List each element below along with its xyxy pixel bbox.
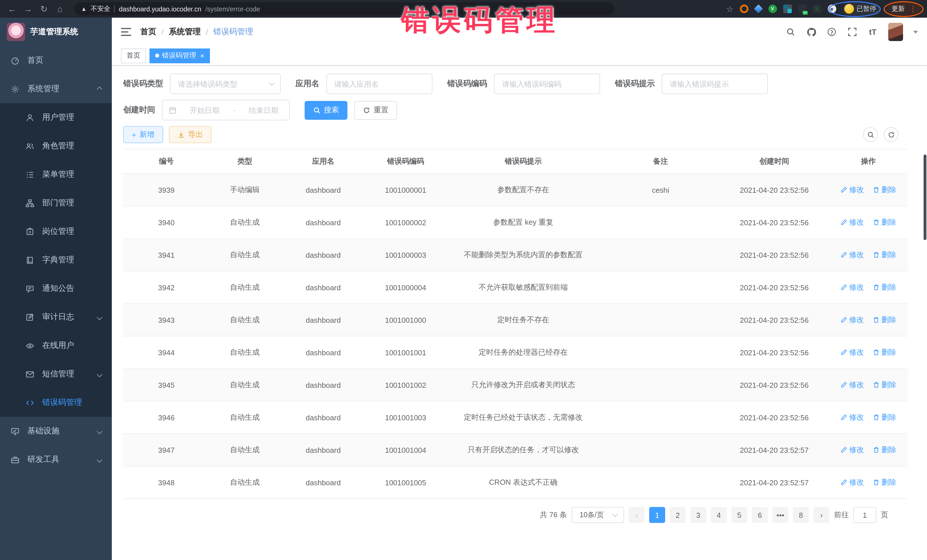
cell-actions: 修改 删除 <box>829 401 907 434</box>
user-avatar[interactable] <box>888 23 903 41</box>
edit-button[interactable]: 修改 <box>840 477 864 487</box>
font-size-icon[interactable]: tT <box>868 27 878 37</box>
edit-button[interactable]: 修改 <box>840 315 864 325</box>
goto-page-input[interactable] <box>853 507 876 523</box>
error-code-input[interactable] <box>494 74 600 94</box>
browser-update-chip[interactable]: 更新 ⋮ <box>887 2 921 16</box>
scrollbar-thumb[interactable] <box>924 155 926 240</box>
page-number-button[interactable]: 5 <box>731 507 747 523</box>
cell-hint: 定时任务已经处于该状态，无需修改 <box>445 401 602 434</box>
tag-home[interactable]: 首页 <box>121 48 146 63</box>
delete-button[interactable]: 删除 <box>873 217 896 228</box>
app-name-input[interactable] <box>326 74 432 94</box>
search-icon[interactable] <box>786 27 796 37</box>
edit-button[interactable]: 修改 <box>840 282 864 293</box>
browser-home-button[interactable]: ⌂ <box>54 3 66 15</box>
delete-button[interactable]: 删除 <box>873 250 896 260</box>
sidebar-item-menus[interactable]: 菜单管理 <box>0 160 112 189</box>
github-icon[interactable] <box>806 27 816 37</box>
sidebar-item-posts[interactable]: 岗位管理 <box>0 217 112 246</box>
show-search-toggle-button[interactable] <box>863 127 878 142</box>
sidebar-item-infrastructure[interactable]: 基础设施 <box>0 417 112 445</box>
cell-code: 1001001005 <box>366 466 445 499</box>
breadcrumb-system[interactable]: 系统管理 <box>169 27 201 37</box>
sidebar-item-home[interactable]: 首页 <box>0 46 112 75</box>
browser-menu-icon[interactable]: ⋮ <box>909 5 917 12</box>
browser-profile-chip[interactable]: 已暂停 <box>842 3 881 15</box>
sidebar-item-online-users[interactable]: 在线用户 <box>0 331 112 360</box>
page-number-button[interactable]: 3 <box>690 507 706 523</box>
page-number-button[interactable]: 6 <box>752 507 768 523</box>
cell-code: 1001000003 <box>366 239 445 271</box>
cell-remark <box>602 304 720 336</box>
error-hint-input[interactable] <box>662 74 768 94</box>
edit-button[interactable]: 修改 <box>840 347 864 358</box>
refresh-button[interactable] <box>884 127 898 142</box>
error-type-select[interactable] <box>170 74 281 94</box>
extension-blue-gem-icon[interactable] <box>754 4 763 13</box>
delete-button[interactable]: 删除 <box>873 477 896 487</box>
reset-button[interactable]: 重置 <box>354 101 397 120</box>
date-range-picker[interactable]: - <box>162 100 290 120</box>
prev-page-button[interactable]: ‹ <box>629 507 644 523</box>
tag-label: 首页 <box>127 51 140 61</box>
sidebar-item-sms[interactable]: 短信管理 <box>0 360 112 389</box>
sidebar-item-roles[interactable]: 角色管理 <box>0 132 112 160</box>
extension-green-key-icon[interactable]: ⚿ <box>813 5 821 13</box>
delete-button[interactable]: 删除 <box>873 347 896 358</box>
page-number-button[interactable]: ••• <box>772 507 789 523</box>
extension-green-v-icon[interactable]: V <box>768 5 777 13</box>
cell-app: dashboard <box>280 271 366 304</box>
sidebar-item-announcements[interactable]: 通知公告 <box>0 274 112 303</box>
extension-grid-icon[interactable] <box>783 5 792 13</box>
extension-puzzle-icon[interactable]: ■ <box>827 5 836 13</box>
delete-button[interactable]: 删除 <box>873 185 896 195</box>
browser-forward-button[interactable]: → <box>22 3 34 15</box>
next-page-button[interactable]: › <box>813 507 830 523</box>
sidebar-item-audit-log[interactable]: 审计日志 <box>0 303 112 331</box>
delete-button[interactable]: 删除 <box>873 412 896 423</box>
extension-orange-ring-icon[interactable] <box>740 5 748 13</box>
page-number-button[interactable]: 2 <box>670 507 686 523</box>
edit-button[interactable]: 修改 <box>840 217 864 228</box>
cell-time: 2021-04-20 23:52:56 <box>719 271 829 304</box>
add-button-label: 新增 <box>140 129 154 140</box>
delete-button[interactable]: 删除 <box>873 315 896 325</box>
bookmark-star-icon[interactable]: ☆ <box>726 4 733 14</box>
caret-down-icon[interactable] <box>913 30 918 33</box>
delete-button[interactable]: 删除 <box>873 282 896 293</box>
page-size-select[interactable] <box>571 507 624 523</box>
browser-reload-button[interactable]: ↻ <box>38 3 50 15</box>
sidebar-item-dev-tools[interactable]: 研发工具 <box>0 445 112 474</box>
page-number-button[interactable]: 8 <box>793 507 809 523</box>
hamburger-icon[interactable] <box>121 28 131 36</box>
page-number-button[interactable]: 4 <box>711 507 727 523</box>
search-button[interactable]: 搜索 <box>305 101 347 120</box>
close-icon[interactable]: × <box>200 52 204 59</box>
cell-app: dashboard <box>280 466 366 499</box>
fullscreen-icon[interactable] <box>847 27 857 37</box>
export-button[interactable]: 导出 <box>169 126 211 143</box>
sidebar-item-users[interactable]: 用户管理 <box>0 103 112 132</box>
sidebar-item-departments[interactable]: 部门管理 <box>0 189 112 217</box>
edit-button[interactable]: 修改 <box>840 412 864 423</box>
add-button[interactable]: + 新增 <box>123 126 163 143</box>
delete-button[interactable]: 删除 <box>873 380 896 390</box>
sidebar-item-system[interactable]: 系统管理 <box>0 75 112 103</box>
sidebar-item-dictionary[interactable]: 字典管理 <box>0 246 112 274</box>
edit-button[interactable]: 修改 <box>840 445 864 455</box>
sidebar-logo[interactable]: 芋道管理系统 <box>0 18 112 46</box>
tag-error-codes[interactable]: 错误码管理 × <box>149 48 210 63</box>
sidebar-item-label: 基础设施 <box>27 426 59 436</box>
browser-back-button[interactable]: ← <box>6 3 18 15</box>
help-icon[interactable] <box>827 27 837 37</box>
delete-button[interactable]: 删除 <box>873 445 896 455</box>
edit-button[interactable]: 修改 <box>840 380 864 390</box>
extension-dark-on-icon[interactable] <box>798 5 806 13</box>
sidebar-item-error-codes[interactable]: 错误码管理 <box>0 389 112 417</box>
page-number-button[interactable]: 1 <box>649 507 665 523</box>
edit-button[interactable]: 修改 <box>840 185 864 195</box>
breadcrumb-home[interactable]: 首页 <box>140 27 156 37</box>
cell-time: 2021-04-20 23:52:56 <box>719 369 829 401</box>
edit-button[interactable]: 修改 <box>840 250 864 260</box>
